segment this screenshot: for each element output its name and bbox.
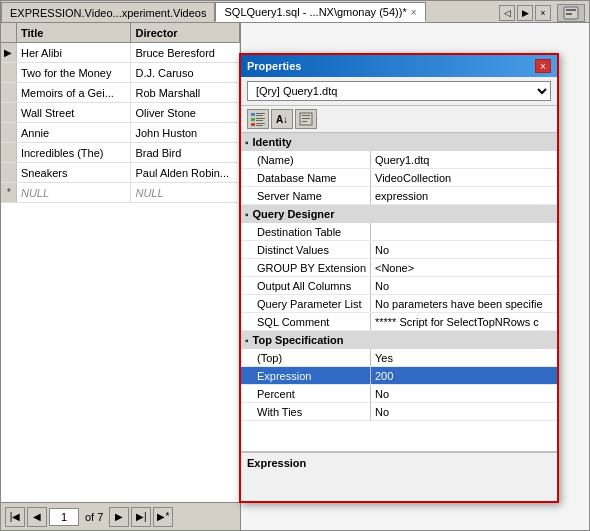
svg-rect-8: [256, 120, 263, 121]
svg-rect-13: [302, 115, 310, 116]
props-row-outputall[interactable]: Output All Columns No: [241, 277, 557, 295]
props-row-percent[interactable]: Percent No: [241, 385, 557, 403]
table-row[interactable]: Memoirs of a Gei... Rob Marshall: [1, 83, 240, 103]
table-row[interactable]: Incredibles (The) Brad Bird: [1, 143, 240, 163]
row-indicator: [1, 83, 17, 102]
props-categorized-button[interactable]: [247, 109, 269, 129]
nav-last-button[interactable]: ▶|: [131, 507, 151, 527]
props-row-desttable[interactable]: Destination Table: [241, 223, 557, 241]
svg-rect-15: [302, 121, 307, 122]
props-alphabetical-button[interactable]: A↓: [271, 109, 293, 129]
props-close-button[interactable]: ×: [535, 59, 551, 73]
prop-name-label: (Name): [241, 151, 371, 168]
header-title: Title: [17, 23, 132, 42]
table-row[interactable]: Annie John Huston: [1, 123, 240, 143]
svg-rect-10: [256, 123, 265, 124]
tab-bar: EXPRESSION.Video...xperiment.Videos SQLQ…: [1, 1, 589, 23]
grid-body: ▶ Her Alibi Bruce Beresford Two for the …: [1, 43, 240, 502]
svg-rect-11: [256, 125, 263, 126]
section-identity[interactable]: ▪ Identity: [241, 133, 557, 151]
tab-sqlquery[interactable]: SQLQuery1.sql - ...NX\gmonay (54))* ×: [215, 2, 425, 22]
row-indicator: [1, 103, 17, 122]
cell-director: Paul Alden Robin...: [131, 163, 240, 182]
props-row-distinct[interactable]: Distinct Values No: [241, 241, 557, 259]
props-row-withties[interactable]: With Ties No: [241, 403, 557, 421]
props-row-top[interactable]: (Top) Yes: [241, 349, 557, 367]
tab-expression[interactable]: EXPRESSION.Video...xperiment.Videos: [1, 2, 215, 22]
prop-withties-label: With Ties: [241, 403, 371, 420]
prop-top-value: Yes: [371, 349, 557, 366]
svg-rect-4: [256, 113, 265, 114]
cell-title: Memoirs of a Gei...: [17, 83, 132, 102]
section-topspec-icon: ▪: [245, 335, 249, 346]
nav-next-button[interactable]: ▶: [109, 507, 129, 527]
table-row[interactable]: Wall Street Oliver Stone: [1, 103, 240, 123]
table-row[interactable]: Two for the Money D.J. Caruso: [1, 63, 240, 83]
svg-rect-3: [251, 113, 255, 116]
props-title: Properties: [247, 60, 301, 72]
cell-title: Sneakers: [17, 163, 132, 182]
header-director: Director: [131, 23, 240, 42]
prop-withties-value: No: [371, 403, 557, 420]
row-indicator: [1, 63, 17, 82]
cell-director: Rob Marshall: [131, 83, 240, 102]
cell-title: Wall Street: [17, 103, 132, 122]
props-row-groupby[interactable]: GROUP BY Extension <None>: [241, 259, 557, 277]
props-pages-button[interactable]: [295, 109, 317, 129]
tab-expression-label: EXPRESSION.Video...xperiment.Videos: [10, 7, 206, 19]
row-indicator: [1, 163, 17, 182]
row-indicator: [1, 123, 17, 142]
props-row-expression[interactable]: Expression 200: [241, 367, 557, 385]
toolbar-icon: [557, 4, 585, 22]
prop-servername-value: expression: [371, 187, 557, 204]
tab-sqlquery-label: SQLQuery1.sql - ...NX\gmonay (54))*: [224, 6, 406, 18]
props-row-dbname[interactable]: Database Name VideoCollection: [241, 169, 557, 187]
prop-dbname-label: Database Name: [241, 169, 371, 186]
prop-distinct-label: Distinct Values: [241, 241, 371, 258]
props-footer: Expression: [241, 451, 557, 501]
prop-servername-label: Server Name: [241, 187, 371, 204]
prop-distinct-value: No: [371, 241, 557, 258]
svg-rect-5: [256, 115, 263, 116]
props-row-qparamlist[interactable]: Query Parameter List No parameters have …: [241, 295, 557, 313]
table-row[interactable]: Sneakers Paul Alden Robin...: [1, 163, 240, 183]
header-indicator: [1, 23, 17, 42]
prop-desttable-label: Destination Table: [241, 223, 371, 240]
svg-rect-1: [566, 9, 576, 11]
tab-pin-button[interactable]: ◁: [499, 5, 515, 21]
data-grid-panel: Title Director ▶ Her Alibi Bruce Beresfo…: [1, 23, 241, 530]
props-object-select[interactable]: [Qry] Query1.dtq: [247, 81, 551, 101]
props-row-name[interactable]: (Name) Query1.dtq: [241, 151, 557, 169]
cell-director: Oliver Stone: [131, 103, 240, 122]
nav-page-input[interactable]: 1: [49, 508, 79, 526]
svg-rect-6: [251, 118, 255, 121]
cell-director: D.J. Caruso: [131, 63, 240, 82]
prop-outputall-label: Output All Columns: [241, 277, 371, 294]
props-footer-label: Expression: [247, 457, 551, 469]
table-row[interactable]: ▶ Her Alibi Bruce Beresford: [1, 43, 240, 63]
svg-rect-9: [251, 123, 255, 126]
section-topspec[interactable]: ▪ Top Specification: [241, 331, 557, 349]
prop-percent-value: No: [371, 385, 557, 402]
props-row-sqlcomment[interactable]: SQL Comment ***** Script for SelectTopNR…: [241, 313, 557, 331]
table-row-new[interactable]: * NULL NULL: [1, 183, 240, 203]
props-toolbar: A↓: [241, 106, 557, 133]
nav-of-text: of 7: [81, 511, 107, 523]
tab-arrow-button[interactable]: ▶: [517, 5, 533, 21]
prop-desttable-value: [371, 223, 557, 240]
prop-sqlcomment-value: ***** Script for SelectTopNRows c: [371, 313, 557, 330]
section-querydesigner-icon: ▪: [245, 209, 249, 220]
main-window: EXPRESSION.Video...xperiment.Videos SQLQ…: [0, 0, 590, 531]
svg-rect-7: [256, 118, 265, 119]
props-row-servername[interactable]: Server Name expression: [241, 187, 557, 205]
prop-qparamlist-label: Query Parameter List: [241, 295, 371, 312]
prop-expression-value: 200: [371, 367, 557, 384]
nav-prev-button[interactable]: ◀: [27, 507, 47, 527]
cell-title: Annie: [17, 123, 132, 142]
nav-first-button[interactable]: |◀: [5, 507, 25, 527]
nav-new-button[interactable]: ▶*: [153, 507, 173, 527]
tab-close-all-button[interactable]: ×: [535, 5, 551, 21]
section-querydesigner[interactable]: ▪ Query Designer: [241, 205, 557, 223]
nav-bar: |◀ ◀ 1 of 7 ▶ ▶| ▶*: [1, 502, 240, 530]
tab-sqlquery-close[interactable]: ×: [411, 7, 417, 18]
